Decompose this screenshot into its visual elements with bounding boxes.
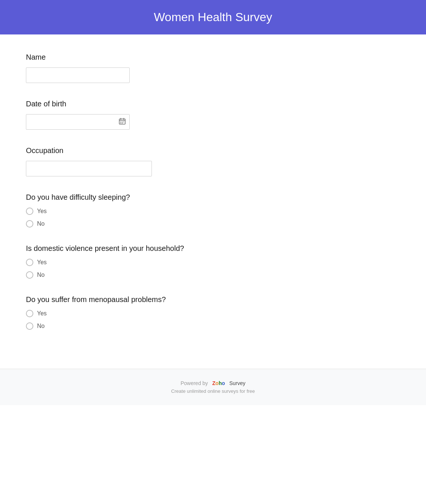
name-field-group: Name: [26, 53, 400, 83]
sleeping-question-label: Do you have difficulty sleeping?: [26, 193, 400, 202]
occupation-input[interactable]: [26, 161, 152, 176]
powered-by-text: Powered by: [180, 380, 208, 386]
survey-label: Survey: [229, 380, 246, 386]
name-label: Name: [26, 53, 400, 62]
zoho-letter-z: Z: [212, 380, 216, 386]
svg-rect-5: [122, 122, 123, 122]
calendar-icon[interactable]: [115, 118, 129, 126]
occupation-label: Occupation: [26, 146, 400, 155]
sleeping-no-label: No: [37, 220, 44, 227]
menopausal-yes-option[interactable]: Yes: [26, 310, 400, 317]
menopausal-no-label: No: [37, 323, 44, 329]
domestic-violence-yes-label: Yes: [37, 259, 47, 266]
domestic-violence-no-option[interactable]: No: [26, 271, 400, 279]
zoho-logo: Zoho: [212, 380, 225, 386]
domestic-violence-yes-option[interactable]: Yes: [26, 259, 400, 266]
zoho-letter-o2: o: [222, 380, 225, 386]
form-container: Name Date of birth: [0, 34, 426, 369]
domestic-violence-question-label: Is domestic violence present in your hou…: [26, 244, 400, 253]
dob-input[interactable]: [26, 116, 115, 128]
dob-label: Date of birth: [26, 100, 400, 108]
survey-header: Women Health Survey: [0, 0, 426, 34]
survey-title: Women Health Survey: [7, 10, 419, 24]
zoho-letter-h: h: [219, 380, 222, 386]
svg-rect-7: [120, 123, 121, 123]
sleeping-yes-radio[interactable]: [26, 208, 33, 215]
page-footer: Powered by Zoho Survey Create unlimited …: [0, 369, 426, 405]
domestic-violence-no-label: No: [37, 272, 44, 278]
menopausal-yes-radio[interactable]: [26, 310, 33, 317]
sleeping-radio-group: Yes No: [26, 208, 400, 228]
sleeping-no-radio[interactable]: [26, 220, 33, 228]
menopausal-question-group: Do you suffer from menopausal problems? …: [26, 295, 400, 330]
dob-field-group: Date of birth: [26, 100, 400, 130]
domestic-violence-no-radio[interactable]: [26, 271, 33, 279]
menopausal-no-option[interactable]: No: [26, 322, 400, 330]
name-input[interactable]: [26, 67, 130, 83]
dob-input-wrapper[interactable]: [26, 114, 130, 130]
domestic-violence-question-group: Is domestic violence present in your hou…: [26, 244, 400, 279]
sleeping-question-group: Do you have difficulty sleeping? Yes No: [26, 193, 400, 228]
occupation-field-group: Occupation: [26, 146, 400, 176]
zoho-letter-o1: o: [216, 380, 219, 386]
menopausal-radio-group: Yes No: [26, 310, 400, 330]
footer-tagline: Create unlimited online surveys for free: [7, 388, 419, 394]
menopausal-yes-label: Yes: [37, 310, 47, 317]
domestic-violence-yes-radio[interactable]: [26, 259, 33, 266]
menopausal-no-radio[interactable]: [26, 322, 33, 330]
sleeping-yes-option[interactable]: Yes: [26, 208, 400, 215]
sleeping-yes-label: Yes: [37, 208, 47, 215]
domestic-violence-radio-group: Yes No: [26, 259, 400, 279]
menopausal-question-label: Do you suffer from menopausal problems?: [26, 295, 400, 304]
powered-by-line: Powered by Zoho Survey: [7, 380, 419, 386]
svg-rect-4: [120, 122, 121, 122]
svg-rect-8: [122, 123, 123, 123]
svg-rect-6: [123, 122, 124, 122]
sleeping-no-option[interactable]: No: [26, 220, 400, 228]
